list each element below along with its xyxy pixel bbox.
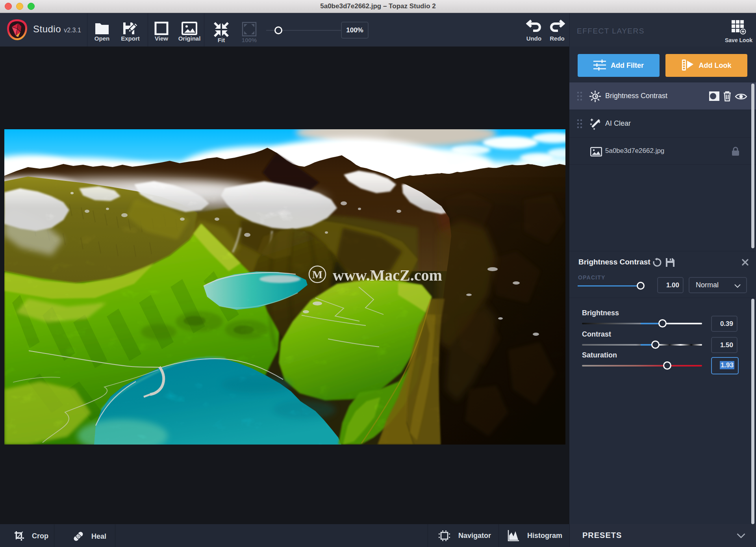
svg-text:M: M bbox=[312, 268, 322, 281]
svg-text:www.MacZ.com: www.MacZ.com bbox=[333, 266, 442, 284]
